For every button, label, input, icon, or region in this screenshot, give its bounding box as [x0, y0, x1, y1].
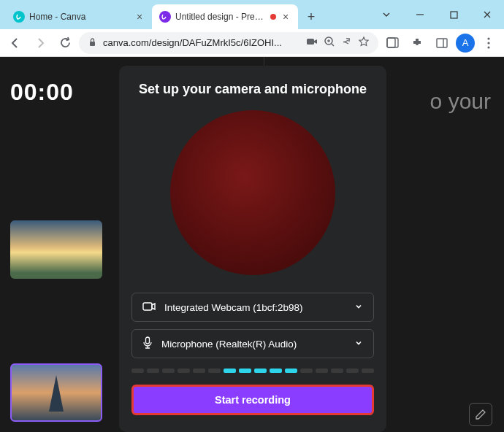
tab-untitled-design[interactable]: Untitled design - Presen × [152, 4, 298, 29]
svg-rect-4 [90, 42, 95, 46]
star-icon[interactable] [358, 36, 370, 50]
share-icon[interactable] [341, 36, 352, 50]
extensions-icon[interactable] [406, 32, 428, 54]
meter-segment [346, 369, 359, 373]
microphone-select-label: Microphone (Realtek(R) Audio) [161, 339, 297, 350]
edit-button[interactable] [469, 403, 492, 426]
tab-title: Home - Canva [29, 12, 130, 22]
svg-line-7 [332, 44, 334, 46]
chevron-down-icon [354, 339, 363, 350]
canva-favicon-icon [13, 11, 25, 23]
svg-point-16 [487, 46, 489, 48]
chevron-down-icon [354, 302, 363, 313]
svg-rect-10 [387, 38, 398, 47]
chevron-down-icon[interactable] [370, 3, 403, 26]
browser-tabs: Home - Canva × Untitled design - Presen … [6, 4, 321, 29]
video-icon[interactable] [306, 37, 318, 48]
background-slide-text: o your [430, 89, 491, 114]
svg-rect-18 [146, 337, 150, 344]
back-button[interactable] [4, 32, 26, 54]
close-window-button[interactable] [470, 3, 504, 26]
titlebar: Home - Canva × Untitled design - Presen … [0, 0, 504, 29]
meter-segment [285, 369, 297, 373]
avatar-letter: A [462, 37, 469, 48]
svg-rect-5 [307, 39, 314, 45]
meter-segment [208, 369, 221, 373]
meter-segment [316, 369, 328, 373]
meter-segment [239, 369, 251, 373]
close-icon[interactable]: × [280, 12, 291, 22]
svg-point-14 [487, 37, 489, 39]
meter-segment [224, 369, 236, 373]
start-recording-button[interactable]: Start recording [131, 385, 374, 415]
tab-title: Untitled design - Presen [175, 12, 266, 22]
start-recording-label: Start recording [215, 394, 291, 406]
meter-segment [331, 369, 343, 373]
audio-level-meter [131, 369, 374, 374]
svg-rect-17 [143, 303, 152, 310]
camera-setup-modal: Set up your camera and microphone Integr… [119, 66, 386, 432]
svg-point-0 [13, 11, 25, 23]
slide-thumbnail-2[interactable] [10, 363, 102, 422]
forward-button[interactable] [29, 32, 51, 54]
slide-thumbnail-1[interactable] [10, 220, 102, 279]
lock-icon [88, 37, 97, 49]
tab-home-canva[interactable]: Home - Canva × [6, 4, 152, 29]
svg-rect-11 [387, 38, 395, 47]
meter-segment [177, 369, 190, 373]
canva-favicon-icon [159, 11, 171, 23]
camera-icon [142, 301, 156, 314]
meter-segment [131, 369, 144, 373]
meter-segment [162, 369, 175, 373]
svg-point-1 [159, 11, 171, 23]
microphone-select[interactable]: Microphone (Realtek(R) Audio) [131, 329, 374, 358]
meter-segment [147, 369, 159, 373]
camera-select-label: Integrated Webcam (1bcf:2b98) [164, 302, 303, 313]
meter-segment [270, 369, 282, 373]
modal-title: Set up your camera and microphone [139, 82, 367, 97]
menu-icon[interactable] [478, 32, 500, 54]
recording-indicator-icon [270, 14, 276, 20]
panel-icon[interactable] [381, 32, 403, 54]
svg-rect-12 [437, 39, 447, 47]
new-tab-button[interactable]: + [301, 7, 321, 27]
meter-segment [362, 369, 374, 373]
svg-rect-3 [451, 12, 457, 18]
profile-avatar[interactable]: A [456, 34, 475, 53]
close-icon[interactable]: × [134, 12, 145, 22]
url-text: canva.com/design/DAFuZMrkI5c/6IZOHI... [103, 37, 300, 48]
camera-preview [170, 110, 335, 275]
reload-button[interactable] [54, 32, 76, 54]
meter-segment [300, 369, 313, 373]
camera-select[interactable]: Integrated Webcam (1bcf:2b98) [131, 293, 374, 322]
address-bar[interactable]: canva.com/design/DAFuZMrkI5c/6IZOHI... [79, 32, 378, 54]
microphone-icon [142, 336, 153, 352]
zoom-icon[interactable] [324, 36, 335, 50]
browser-toolbar: canva.com/design/DAFuZMrkI5c/6IZOHI... A [0, 29, 504, 57]
canva-content-area: 00:00 o your Set up your camera and micr… [0, 57, 504, 432]
side-panel-icon[interactable] [431, 32, 453, 54]
recording-timer: 00:00 [10, 79, 74, 106]
minimize-button[interactable] [403, 3, 437, 26]
meter-segment [254, 369, 267, 373]
maximize-button[interactable] [437, 3, 470, 26]
meter-segment [193, 369, 205, 373]
svg-point-15 [487, 42, 489, 44]
window-controls [370, 0, 504, 29]
